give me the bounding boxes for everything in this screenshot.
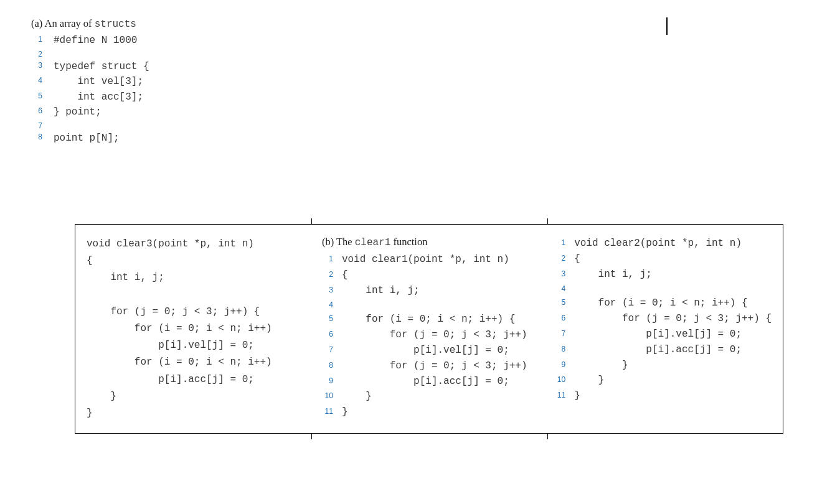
code-line: } point;: [54, 105, 149, 120]
code-line: }: [87, 391, 116, 402]
block-a-code: 1#define N 1000 2 3typedef struct { 4 in…: [31, 34, 149, 146]
code-line: int i, j;: [342, 283, 527, 299]
line-number: 4: [322, 298, 342, 312]
line-number: 3: [322, 283, 342, 299]
block-a-caption: (a) An array of structs: [31, 17, 149, 30]
line-number: 5: [31, 90, 54, 105]
code-line: for (i = 0; i < n; i++) {: [574, 296, 772, 311]
code-line: for (i = 0; i < n; i++) {: [342, 312, 527, 327]
line-number: 8: [31, 131, 54, 146]
line-number: 7: [322, 343, 342, 358]
code-line: p[i].acc[j] = 0;: [87, 374, 254, 385]
tick-mark: [311, 433, 312, 439]
line-number: 2: [31, 49, 54, 60]
code-line: p[i].vel[j] = 0;: [574, 327, 772, 342]
line-number: 5: [322, 312, 342, 327]
code-line: typedef struct {: [54, 60, 149, 75]
code-line: }: [342, 389, 527, 404]
clear2-code: 1void clear2(point *p, int n) 2{ 3 int i…: [557, 236, 772, 404]
three-column-box: void clear3(point *p, int n) { int i, j;…: [75, 224, 783, 434]
line-number: 6: [322, 327, 342, 343]
line-number: 9: [557, 358, 574, 373]
line-number: 10: [322, 389, 342, 404]
clear1-code: 1void clear1(point *p, int n) 2{ 3 int i…: [322, 252, 527, 420]
line-number: 7: [31, 120, 54, 131]
code-line: }: [87, 408, 93, 419]
code-line: int i, j;: [574, 267, 772, 282]
line-number: 1: [557, 236, 574, 251]
line-number: 8: [557, 342, 574, 358]
code-line: for (i = 0; i < n; i++): [87, 323, 272, 334]
line-number: 6: [31, 105, 54, 120]
code-line: }: [574, 373, 772, 388]
code-line: point p[N];: [54, 131, 149, 146]
line-number: 4: [557, 282, 574, 296]
code-line: p[i].acc[j] = 0;: [342, 374, 527, 390]
code-line: for (j = 0; j < 3; j++) {: [87, 306, 260, 317]
line-number: 7: [557, 327, 574, 342]
code-line: void clear3(point *p, int n): [87, 238, 254, 250]
code-line: }: [574, 388, 772, 404]
line-number: 5: [557, 296, 574, 311]
block-b-caption: (b) The clear1 function: [322, 236, 534, 248]
code-line: for (j = 0; j < 3; j++) {: [574, 311, 772, 327]
clear3-code: void clear3(point *p, int n) { int i, j;…: [87, 236, 299, 422]
code-line: p[i].acc[j] = 0;: [574, 342, 772, 358]
block-a-caption-prefix: (a) An array of: [31, 17, 95, 29]
code-line: void clear1(point *p, int n): [342, 252, 527, 268]
line-number: 3: [557, 267, 574, 282]
column-clear2: 1void clear2(point *p, int n) 2{ 3 int i…: [545, 225, 783, 433]
line-number: 1: [322, 252, 342, 268]
code-line: p[i].vel[j] = 0;: [342, 343, 527, 358]
code-line: int acc[3];: [54, 90, 149, 105]
block-b-caption-mono: clear1: [355, 237, 391, 248]
page: (a) An array of structs 1#define N 1000 …: [0, 0, 817, 504]
code-line: for (i = 0; i < n; i++): [87, 357, 272, 368]
code-line: [574, 282, 772, 296]
column-clear3: void clear3(point *p, int n) { int i, j;…: [75, 225, 310, 433]
code-line: void clear2(point *p, int n): [574, 236, 772, 251]
code-line: {: [574, 251, 772, 267]
line-number: 2: [322, 268, 342, 283]
code-line: int i, j;: [87, 272, 164, 283]
code-line: int vel[3];: [54, 75, 149, 90]
block-a: (a) An array of structs 1#define N 1000 …: [31, 17, 149, 146]
line-number: 6: [557, 311, 574, 327]
line-number: 3: [31, 60, 54, 75]
code-line: }: [574, 358, 772, 373]
block-b-caption-prefix: (b) The: [322, 236, 355, 248]
line-number: 10: [557, 373, 574, 388]
line-number: 4: [31, 75, 54, 90]
line-number: 2: [557, 251, 574, 267]
code-line: for (j = 0; j < 3; j++): [342, 358, 527, 374]
code-line: [54, 49, 149, 60]
line-number: 11: [557, 388, 574, 404]
code-line: [54, 120, 149, 131]
line-number: 9: [322, 374, 342, 390]
block-b-caption-suffix: function: [390, 236, 427, 248]
block-a-caption-mono: structs: [95, 19, 136, 30]
line-number: 11: [322, 404, 342, 420]
line-number: 1: [31, 34, 54, 49]
code-line: {: [342, 268, 527, 283]
code-line: {: [87, 255, 93, 266]
line-number: 8: [322, 358, 342, 374]
code-line: [342, 298, 527, 312]
code-line: }: [342, 404, 527, 420]
code-line: #define N 1000: [54, 34, 149, 49]
code-line: for (j = 0; j < 3; j++): [342, 327, 527, 343]
text-caret: [666, 17, 668, 35]
code-line: p[i].vel[j] = 0;: [87, 340, 254, 351]
column-clear1: (b) The clear1 function 1void clear1(poi…: [310, 225, 545, 433]
tick-mark: [547, 433, 548, 439]
